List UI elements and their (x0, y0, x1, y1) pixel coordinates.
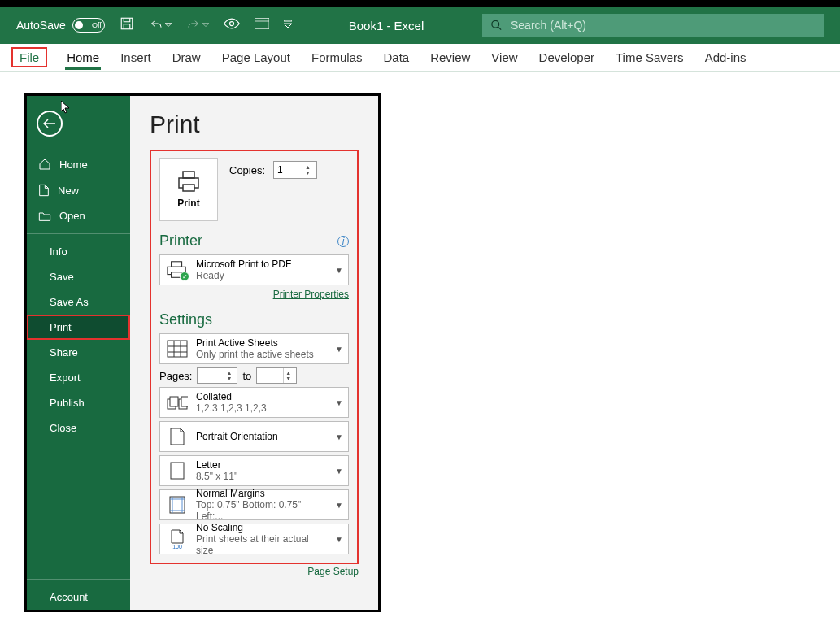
spinner-buttons[interactable]: ▲▼ (302, 162, 313, 178)
customize-qat-icon[interactable] (284, 18, 292, 33)
search-box[interactable] (482, 14, 824, 37)
sidebar-item-account[interactable]: Account (27, 584, 130, 610)
tab-insert[interactable]: Insert (119, 46, 153, 69)
ribbon-tabs: File Home Insert Draw Page Layout Formul… (0, 44, 840, 72)
backstage-sidebar: Home New Open Info Save Save As Print Sh… (27, 96, 130, 610)
sidebar-item-home[interactable]: Home (27, 151, 130, 177)
collated-icon (165, 395, 189, 410)
info-icon[interactable]: i (337, 236, 349, 247)
tab-addins[interactable]: Add-ins (703, 46, 748, 69)
home-icon (38, 158, 51, 171)
copies-spinner[interactable]: ▲▼ (273, 161, 317, 179)
save-icon[interactable] (120, 16, 134, 34)
printer-status: Ready (196, 270, 329, 281)
svg-rect-8 (183, 185, 194, 191)
tab-data[interactable]: Data (381, 46, 411, 69)
sidebar-item-open[interactable]: Open (27, 203, 130, 228)
portrait-icon (165, 428, 189, 445)
cursor-icon (61, 101, 71, 116)
quick-access-toolbar (120, 16, 292, 34)
margins-icon (165, 496, 189, 514)
sidebar-item-save[interactable]: Save (27, 264, 130, 289)
paper-selector[interactable]: Letter 8.5" x 11" ▼ (159, 455, 349, 486)
pages-to-input[interactable]: ▲▼ (256, 367, 297, 384)
collation-selector[interactable]: Collated 1,2,3 1,2,3 1,2,3 ▼ (159, 387, 349, 418)
tab-home[interactable]: Home (65, 46, 101, 70)
chevron-down-icon: ▼ (335, 345, 343, 354)
eye-icon[interactable] (224, 18, 240, 33)
sidebar-item-export[interactable]: Export (27, 365, 130, 390)
highlighted-region: Print Copies: ▲▼ Printer i ✓ (150, 150, 359, 564)
check-badge-icon: ✓ (180, 272, 189, 281)
sidebar-item-share[interactable]: Share (27, 340, 130, 365)
sidebar-item-publish[interactable]: Publish (27, 390, 130, 415)
autosave-pill[interactable]: Off (72, 18, 105, 33)
combo-title: Letter (196, 459, 329, 471)
sidebar-item-new[interactable]: New (27, 177, 130, 203)
tab-time-savers[interactable]: Time Savers (614, 46, 685, 69)
autosave-toggle[interactable]: AutoSave Off (16, 18, 105, 33)
orientation-selector[interactable]: Portrait Orientation ▼ (159, 421, 349, 452)
combo-sub: Only print the active sheets (196, 349, 329, 360)
document-title: Book1 - Excel (349, 19, 482, 33)
redo-icon[interactable] (186, 19, 209, 32)
search-icon (490, 19, 503, 32)
chevron-down-icon: ▼ (335, 467, 343, 476)
sidebar-item-print[interactable]: Print (27, 315, 130, 340)
tab-file[interactable]: File (11, 47, 47, 67)
tab-formulas[interactable]: Formulas (310, 46, 364, 69)
sidebar-label: Home (59, 159, 88, 171)
printer-properties-link[interactable]: Printer Properties (159, 289, 349, 300)
page-icon (165, 462, 189, 480)
sidebar-label: Open (59, 210, 85, 222)
print-button[interactable]: Print (159, 158, 218, 221)
backstage-view: Home New Open Info Save Save As Print Sh… (24, 93, 381, 612)
printer-icon: ✓ (165, 259, 189, 280)
combo-title: Portrait Orientation (196, 431, 329, 442)
svg-rect-7 (183, 172, 194, 178)
back-button[interactable] (37, 111, 63, 137)
chevron-down-icon: ▼ (335, 266, 343, 275)
sidebar-label: Info (50, 245, 67, 258)
tab-review[interactable]: Review (429, 46, 472, 69)
page-setup-link[interactable]: Page Setup (150, 566, 359, 577)
svg-rect-14 (170, 397, 178, 406)
title-bar: AutoSave Off Book1 - Excel (0, 7, 840, 44)
tab-page-layout[interactable]: Page Layout (220, 46, 292, 69)
sidebar-item-save-as[interactable]: Save As (27, 289, 130, 315)
print-button-label: Print (177, 198, 199, 209)
window-icon[interactable] (255, 18, 269, 33)
print-what-selector[interactable]: Print Active Sheets Only print the activ… (159, 333, 349, 364)
svg-rect-12 (168, 341, 187, 357)
combo-sub: Top: 0.75" Bottom: 0.75" Left:... (196, 499, 329, 522)
backstage-main: Print Print Copies: ▲▼ Printer i (130, 96, 378, 610)
sidebar-item-info[interactable]: Info (27, 239, 130, 264)
svg-rect-0 (121, 18, 133, 29)
sidebar-label: Share (50, 346, 78, 358)
sidebar-label: Close (50, 422, 76, 434)
undo-icon[interactable] (149, 19, 172, 32)
chevron-down-icon: ▼ (335, 398, 343, 407)
chevron-down-icon: ▼ (335, 501, 343, 510)
printer-selector[interactable]: ✓ Microsoft Print to PDF Ready ▼ (159, 254, 349, 285)
settings-section-header: Settings (159, 311, 212, 328)
sidebar-label: New (58, 185, 79, 197)
sidebar-label: Save As (50, 296, 89, 308)
copies-input[interactable] (274, 164, 302, 176)
folder-icon (38, 211, 51, 222)
pages-to-label: to (242, 370, 251, 382)
svg-rect-3 (255, 18, 269, 21)
sidebar-label: Save (50, 271, 74, 283)
scaling-selector[interactable]: 100 No Scaling Print sheets at their act… (159, 524, 349, 554)
combo-sub: 1,2,3 1,2,3 1,2,3 (196, 402, 329, 414)
tab-draw[interactable]: Draw (171, 46, 202, 69)
margins-selector[interactable]: Normal Margins Top: 0.75" Bottom: 0.75" … (159, 489, 349, 520)
combo-sub: Print sheets at their actual size (196, 533, 329, 556)
pages-from-input[interactable]: ▲▼ (197, 367, 237, 384)
sheets-icon (165, 340, 189, 358)
sidebar-item-close[interactable]: Close (27, 415, 130, 441)
search-input[interactable] (511, 19, 816, 32)
svg-point-1 (229, 22, 233, 26)
tab-view[interactable]: View (490, 46, 519, 69)
tab-developer[interactable]: Developer (538, 46, 596, 69)
